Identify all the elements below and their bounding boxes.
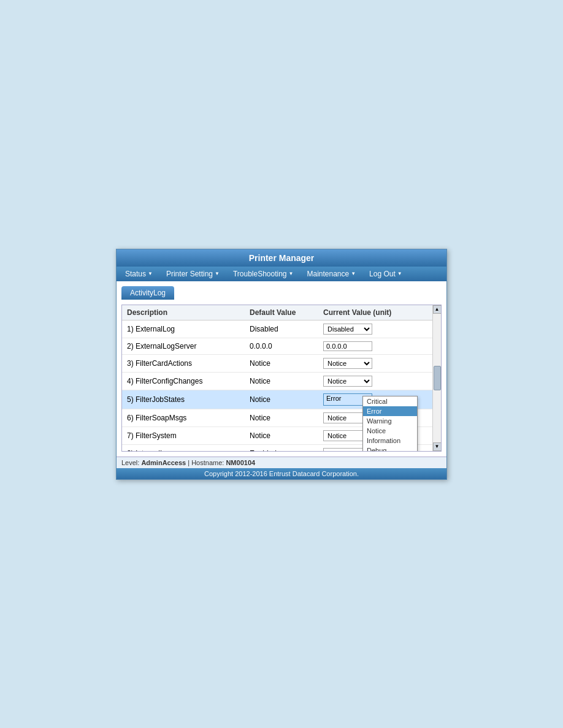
scroll-up-button[interactable]: ▲ — [433, 305, 442, 314]
dropdown-option-critical[interactable]: Critical — [363, 396, 417, 406]
chevron-down-icon: ▼ — [351, 271, 356, 276]
chevron-down-icon: ▼ — [289, 271, 294, 276]
chevron-down-icon: ▼ — [397, 271, 402, 276]
menu-logout[interactable]: Log Out ▼ — [363, 268, 408, 280]
row7-desc: 7) FilterSystem — [126, 431, 248, 441]
row3-default: Notice — [248, 358, 322, 368]
row4-default: Notice — [248, 376, 322, 386]
table-row: 4) FilterConfigChanges Notice CriticalEr… — [122, 373, 441, 390]
app-title: Printer Manager — [249, 253, 315, 263]
scroll-down-button[interactable]: ▼ — [433, 442, 442, 451]
data-table: Description Default Value Current Value … — [121, 305, 442, 452]
chevron-down-icon: ▼ — [148, 271, 153, 276]
header-default-value: Default Value — [248, 308, 322, 317]
dropdown-option-warning[interactable]: Warning — [363, 416, 417, 426]
table-row: 3) FilterCardActions Notice CriticalErro… — [122, 355, 441, 373]
row1-default: Disabled — [248, 324, 322, 334]
row7-default: Notice — [248, 431, 322, 441]
row1-select[interactable]: Disabled Enabled — [323, 324, 372, 335]
chevron-down-icon: ▼ — [215, 271, 220, 276]
footer-text: Copyright 2012-2016 Entrust Datacard Cor… — [204, 470, 359, 477]
header-current-value: Current Value (unit) — [322, 308, 437, 317]
dropdown-option-error[interactable]: Error — [363, 406, 417, 416]
menu-troubleshooting-label: TroubleShooting — [233, 270, 287, 278]
tab-activitylog[interactable]: ActivityLog — [121, 286, 174, 300]
row8-desc: 8) InternalLog — [126, 449, 248, 452]
row3-desc: 3) FilterCardActions — [126, 358, 248, 368]
dropdown-option-notice[interactable]: Notice — [363, 426, 417, 436]
content-area: ActivityLog Description Default Value Cu… — [117, 281, 446, 457]
status-level-value: AdminAccess — [141, 459, 186, 466]
row4-value[interactable]: CriticalErrorWarningNoticeInformationDeb… — [322, 375, 437, 387]
status-hostname-value: NM00104 — [226, 459, 255, 466]
menu-troubleshooting[interactable]: TroubleShooting ▼ — [227, 268, 300, 280]
menu-status[interactable]: Status ▼ — [119, 268, 159, 280]
title-bar: Printer Manager — [117, 249, 446, 267]
dropdown-option-debug[interactable]: Debug — [363, 446, 417, 452]
row4-desc: 4) FilterConfigChanges — [126, 376, 248, 386]
status-bar: Level: AdminAccess | Hostname: NM00104 — [117, 457, 446, 468]
main-window: Printer Manager Status ▼ Printer Setting… — [116, 249, 447, 480]
dropdown-overlay: Critical Error Warning Notice Informatio… — [362, 396, 418, 452]
menu-maintenance[interactable]: Maintenance ▼ — [301, 268, 362, 280]
row5-default: Notice — [248, 395, 322, 404]
menu-printer-setting[interactable]: Printer Setting ▼ — [160, 268, 226, 280]
menu-maintenance-label: Maintenance — [307, 270, 349, 278]
row2-input[interactable] — [323, 341, 372, 351]
menu-bar: Status ▼ Printer Setting ▼ TroubleShooti… — [117, 267, 446, 281]
row3-select[interactable]: CriticalErrorWarningNoticeInformationDeb… — [323, 358, 372, 369]
table-row: 1) ExternalLog Disabled Disabled Enabled — [122, 320, 441, 338]
tab-activitylog-label: ActivityLog — [130, 289, 166, 297]
row1-desc: 1) ExternalLog — [126, 324, 248, 334]
row2-default: 0.0.0.0 — [248, 341, 322, 351]
row8-default: Enabled — [248, 449, 322, 452]
status-level-label: Level: — [121, 459, 141, 466]
row1-value[interactable]: Disabled Enabled — [322, 323, 437, 335]
menu-logout-label: Log Out — [369, 270, 396, 278]
menu-status-label: Status — [125, 270, 146, 278]
scroll-thumb[interactable] — [434, 366, 441, 390]
table-header: Description Default Value Current Value … — [122, 305, 441, 320]
table-row: 2) ExternalLogServer 0.0.0.0 — [122, 338, 441, 355]
row4-select[interactable]: CriticalErrorWarningNoticeInformationDeb… — [323, 376, 372, 387]
header-description: Description — [126, 308, 248, 317]
scrollbar: ▲ ▼ — [432, 305, 441, 451]
row2-desc: 2) ExternalLogServer — [126, 341, 248, 351]
footer: Copyright 2012-2016 Entrust Datacard Cor… — [117, 468, 446, 479]
row6-desc: 6) FilterSoapMsgs — [126, 413, 248, 423]
tab-bar: ActivityLog — [121, 286, 442, 300]
menu-printer-setting-label: Printer Setting — [166, 270, 213, 278]
row5-desc: 5) FilterJobStates — [126, 395, 248, 404]
dropdown-option-information[interactable]: Information — [363, 436, 417, 446]
status-hostname-label: Hostname: — [191, 459, 226, 466]
row2-value[interactable] — [322, 341, 437, 352]
row3-value[interactable]: CriticalErrorWarningNoticeInformationDeb… — [322, 357, 437, 370]
row6-default: Notice — [248, 413, 322, 423]
